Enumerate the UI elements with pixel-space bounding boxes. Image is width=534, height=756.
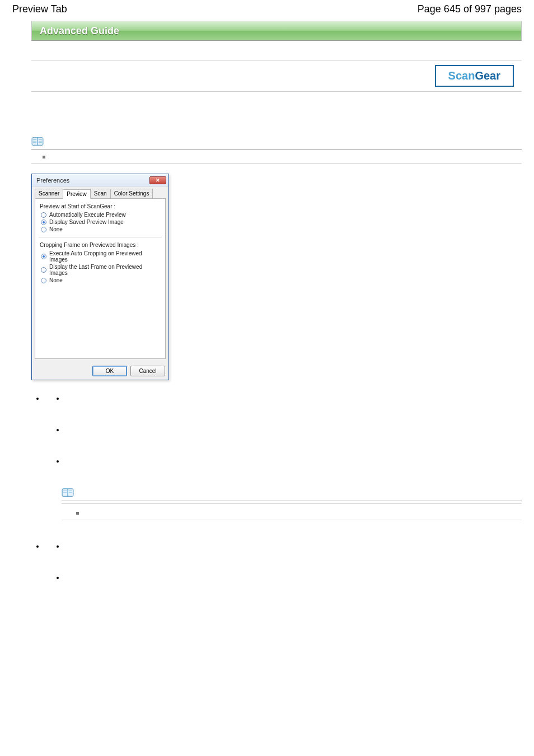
list-item <box>65 542 522 550</box>
group-divider <box>39 237 162 237</box>
opt-label: None <box>49 226 63 232</box>
opt-label: Display the Last Frame on Previewed Imag… <box>49 264 161 276</box>
opt-label: Automatically Execute Preview <box>49 212 126 218</box>
advanced-guide-banner: Advanced Guide <box>31 21 522 41</box>
list-item <box>65 456 522 465</box>
content-list <box>31 394 522 582</box>
group2-title: Cropping Frame on Previewed Images : <box>40 242 161 248</box>
radio-auto-preview[interactable] <box>41 212 46 218</box>
tab-color-settings[interactable]: Color Settings <box>110 189 153 198</box>
opt-label: Execute Auto Cropping on Previewed Image… <box>49 250 161 263</box>
list-item <box>65 573 522 582</box>
tab-scanner[interactable]: Scanner <box>35 189 63 198</box>
opt-label: None <box>49 277 63 283</box>
preferences-dialog: Preferences ✕ Scanner Preview Scan Color… <box>31 174 169 380</box>
book-icon <box>62 488 74 500</box>
radio-auto-crop[interactable] <box>41 254 46 259</box>
list-item <box>45 394 522 520</box>
list-item <box>65 394 522 403</box>
group1-title: Preview at Start of ScanGear : <box>40 203 161 209</box>
page-title-left: Preview Tab <box>12 3 67 15</box>
square-bullet-icon <box>76 512 79 515</box>
radio-display-saved[interactable] <box>41 220 46 225</box>
book-icon <box>31 137 44 148</box>
scangear-part1: Scan <box>448 69 475 82</box>
radio-last-frame[interactable] <box>41 267 46 273</box>
radio-none-2[interactable] <box>41 278 46 283</box>
note-sub <box>62 503 522 520</box>
opt-label: Display Saved Preview Image <box>49 219 124 225</box>
advanced-guide-title: Advanced Guide <box>40 25 119 37</box>
page-counter: Page 645 of 997 pages <box>418 3 522 15</box>
list-item <box>45 542 522 582</box>
dialog-title: Preferences <box>36 177 69 184</box>
ok-button[interactable]: OK <box>92 366 127 376</box>
scangear-badge: ScanGear <box>435 65 514 87</box>
tab-scan[interactable]: Scan <box>90 189 111 198</box>
dialog-tabs: Scanner Preview Scan Color Settings <box>35 189 166 199</box>
square-bullet-icon <box>43 156 45 158</box>
list-item <box>65 425 522 434</box>
tab-preview[interactable]: Preview <box>63 189 91 199</box>
close-button[interactable]: ✕ <box>149 176 166 184</box>
radio-none-1[interactable] <box>41 227 46 232</box>
scangear-part2: Gear <box>475 69 500 82</box>
cancel-button[interactable]: Cancel <box>130 366 165 376</box>
divider <box>31 91 522 92</box>
section-sub <box>31 150 522 164</box>
